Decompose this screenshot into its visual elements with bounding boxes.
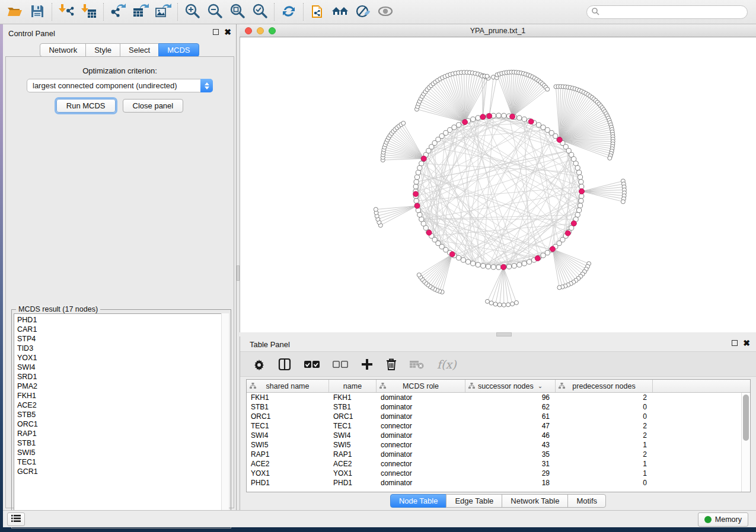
memory-button[interactable]: Memory [698, 512, 748, 527]
table-cell[interactable]: TEC1 [329, 422, 377, 430]
table-cell[interactable]: 43 [465, 441, 556, 449]
horizontal-splitter[interactable] [240, 332, 756, 336]
criterion-dropdown[interactable]: largest connected component (undirected) [27, 79, 213, 92]
table-cell[interactable]: TEC1 [247, 422, 329, 430]
float-panel-icon[interactable] [213, 29, 219, 35]
table-cell[interactable]: 29 [465, 469, 556, 477]
table-cell[interactable]: STB1 [247, 403, 329, 411]
export-network-button[interactable] [107, 2, 129, 22]
network-document-button[interactable] [307, 2, 329, 22]
mcds-result-item[interactable]: PMA2 [17, 382, 228, 391]
table-cell[interactable]: 18 [465, 479, 556, 487]
mcds-result-item[interactable]: ORC1 [17, 419, 228, 429]
table-cell[interactable]: connector [377, 422, 465, 430]
close-panel-icon[interactable]: ✖ [743, 340, 750, 346]
table-cell[interactable]: SWI5 [247, 441, 329, 449]
mcds-result-item[interactable]: RAP1 [17, 429, 228, 438]
zoom-out-button[interactable] [203, 2, 226, 22]
table-cell[interactable]: SWI4 [247, 431, 329, 440]
search-box[interactable] [586, 5, 748, 19]
table-cell[interactable]: dominator [377, 412, 465, 421]
column-header-name[interactable]: name [329, 380, 377, 392]
mcds-result-item[interactable]: STB1 [17, 438, 228, 448]
table-cell[interactable]: 0 [556, 479, 653, 487]
column-layout-button[interactable] [278, 358, 291, 371]
table-cell[interactable]: FKH1 [329, 393, 377, 402]
table-row[interactable]: ACE2ACE2connector311 [247, 459, 741, 469]
mcds-result-item[interactable]: CAR1 [17, 325, 228, 334]
table-cell[interactable]: SWI5 [329, 441, 377, 449]
table-cell[interactable]: 96 [465, 393, 556, 402]
mcds-result-item[interactable]: PHD1 [17, 315, 228, 325]
table-row[interactable]: SWI4SWI4dominator462 [247, 431, 741, 440]
mcds-result-item[interactable]: FKH1 [17, 391, 228, 400]
column-header-mcds-role[interactable]: MCDS role [377, 380, 465, 392]
tab-network-table[interactable]: Network Table [502, 494, 568, 508]
table-cell[interactable]: dominator [377, 431, 465, 440]
table-cell[interactable]: ACE2 [329, 460, 377, 468]
mcds-result-item[interactable]: SWI5 [17, 448, 228, 457]
table-cell[interactable]: YOX1 [329, 469, 377, 477]
table-cell[interactable]: 61 [465, 412, 556, 421]
delete-table-button[interactable] [410, 360, 424, 369]
table-row[interactable]: STB1STB1dominator620 [247, 402, 741, 412]
table-cell[interactable]: FKH1 [247, 393, 329, 402]
select-all-button[interactable] [304, 360, 320, 368]
tab-network[interactable]: Network [40, 43, 86, 57]
mcds-result-item[interactable]: SWI4 [17, 363, 228, 372]
delete-column-button[interactable] [386, 358, 397, 370]
deselect-all-button[interactable] [333, 360, 348, 368]
table-row[interactable]: TEC1TEC1connector472 [247, 421, 741, 431]
tab-style[interactable]: Style [85, 43, 120, 57]
table-row[interactable]: PHD1PHD1dominator180 [247, 478, 741, 488]
table-cell[interactable]: dominator [377, 403, 465, 411]
import-network-button[interactable] [55, 2, 78, 22]
close-panel-button[interactable]: Close panel [123, 99, 184, 113]
table-cell[interactable]: ORC1 [247, 412, 329, 421]
table-cell[interactable]: RAP1 [329, 450, 377, 459]
table-cell[interactable]: 1 [556, 469, 653, 477]
mcds-list-scrollbar[interactable] [221, 313, 229, 526]
table-row[interactable]: RAP1RAP1dominator352 [247, 450, 741, 459]
table-settings-button[interactable] [253, 358, 265, 370]
open-file-button[interactable] [4, 2, 26, 22]
function-builder-button[interactable]: f(x) [437, 358, 457, 371]
visual-style-button[interactable] [352, 2, 374, 22]
float-panel-icon[interactable] [732, 340, 738, 346]
table-cell[interactable]: connector [377, 469, 465, 477]
table-cell[interactable]: connector [377, 441, 465, 449]
mcds-result-item[interactable]: ACE2 [17, 400, 228, 410]
table-cell[interactable]: PHD1 [329, 479, 377, 487]
tab-select[interactable]: Select [120, 43, 159, 57]
table-cell[interactable]: 1 [556, 441, 653, 449]
table-scrollbar[interactable] [741, 393, 750, 492]
table-cell[interactable]: 2 [556, 450, 653, 459]
table-cell[interactable]: 46 [465, 431, 556, 440]
table-cell[interactable]: STB1 [329, 403, 377, 411]
mcds-result-list[interactable]: PHD1CAR1STP4TID3YOX1SWI4SRD1PMA2FKH1ACE2… [14, 313, 229, 526]
table-cell[interactable]: 2 [556, 431, 653, 440]
table-row[interactable]: SWI5SWI5connector431 [247, 440, 741, 450]
mcds-result-item[interactable]: GCR1 [17, 467, 228, 476]
export-image-button[interactable] [152, 2, 174, 22]
table-cell[interactable]: ACE2 [247, 460, 329, 468]
search-input[interactable] [599, 7, 747, 18]
show-hide-button[interactable] [374, 2, 397, 22]
mcds-result-item[interactable]: YOX1 [17, 353, 228, 363]
splitter-grip[interactable] [496, 332, 512, 336]
mcds-result-item[interactable]: TID3 [17, 344, 228, 353]
network-canvas[interactable] [240, 37, 756, 332]
table-cell[interactable]: dominator [377, 450, 465, 459]
tab-motifs[interactable]: Motifs [567, 494, 606, 508]
mcds-result-item[interactable]: SRD1 [17, 372, 228, 382]
table-cell[interactable]: YOX1 [247, 469, 329, 477]
tab-edge-table[interactable]: Edge Table [446, 494, 502, 508]
refresh-layout-button[interactable] [277, 2, 300, 22]
scrollbar-thumb[interactable] [743, 395, 749, 441]
table-cell[interactable]: SWI4 [329, 431, 377, 440]
tab-node-table[interactable]: Node Table [390, 494, 447, 508]
table-cell[interactable]: 0 [556, 403, 653, 411]
run-mcds-button[interactable]: Run MCDS [56, 99, 116, 113]
zoom-selected-button[interactable] [248, 2, 271, 22]
table-cell[interactable]: 0 [556, 412, 653, 421]
